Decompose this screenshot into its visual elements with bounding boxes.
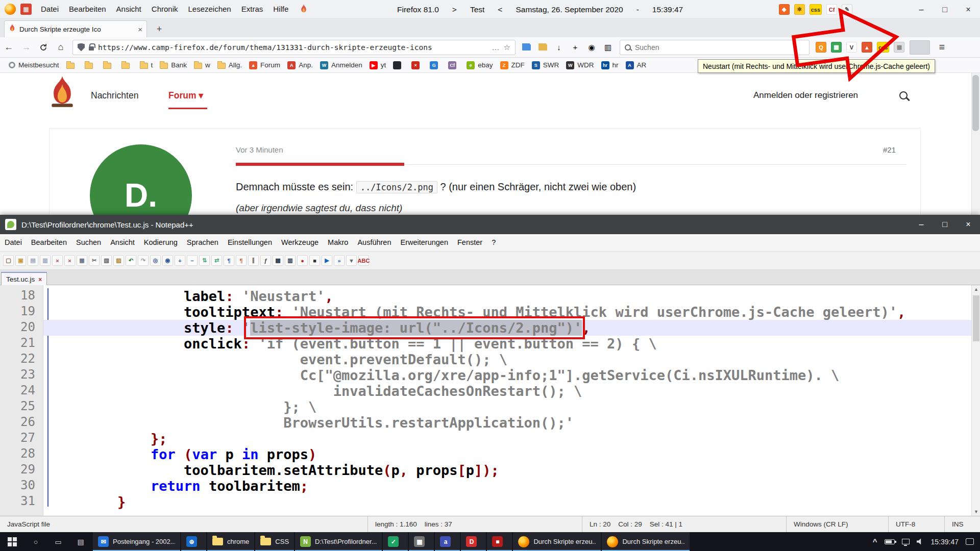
maximize-button[interactable]: □ [933, 215, 957, 234]
menu-item[interactable]: Extras [236, 0, 268, 18]
menu-item[interactable]: Makro [323, 234, 353, 251]
post-number[interactable]: #21 [883, 145, 896, 154]
start-button[interactable] [0, 532, 24, 551]
sidebar-icon[interactable]: ▥ [602, 42, 614, 53]
menu-item[interactable]: Ausführen [353, 234, 396, 251]
code-editor[interactable]: 18 label: 'Neustart',19 tooltiptext: 'Ne… [0, 285, 980, 516]
bookmark-item[interactable]: ▲ Forum [246, 59, 284, 71]
scroll-up-icon[interactable]: ▲ [972, 285, 980, 293]
campfire-logo[interactable] [49, 76, 76, 108]
scroll-down-icon[interactable]: ▼ [972, 508, 980, 516]
bookmark-item[interactable]: A AR [622, 59, 650, 71]
menu-item[interactable]: Datei [0, 234, 27, 251]
search-bar[interactable] [620, 40, 810, 55]
editor-scrollbar[interactable]: ▲ ▼ [971, 285, 980, 516]
bookmark-item[interactable]: Z ZDF [497, 59, 528, 71]
forward-button[interactable]: → [17, 39, 35, 56]
notification-center-icon[interactable] [966, 538, 974, 545]
nav-nachrichten[interactable]: Nachrichten [91, 90, 138, 101]
zoom-out-icon[interactable]: − [187, 255, 198, 266]
save-macro-icon[interactable]: ▼ [346, 255, 357, 266]
task-view-icon[interactable]: ▭ [47, 532, 69, 551]
function-list-icon[interactable]: ƒ [260, 255, 271, 266]
search-input[interactable] [635, 43, 804, 52]
firefox-icon[interactable] [5, 4, 16, 15]
menu-item[interactable]: Ansicht [106, 234, 139, 251]
lock-icon[interactable] [89, 46, 94, 51]
menu-item[interactable]: Chronik [146, 0, 183, 18]
spell-check-icon[interactable]: ABC [358, 255, 369, 266]
taskbar-app-darkred[interactable]: ■ [487, 532, 512, 551]
run-macro-multi-icon[interactable]: » [334, 255, 345, 266]
close-doc-icon[interactable]: × [52, 255, 63, 266]
record-macro-icon[interactable]: ● [297, 255, 308, 266]
menu-item[interactable]: Erweiterungen [396, 234, 453, 251]
bookmark-item[interactable]: × [408, 59, 426, 71]
code-line[interactable]: 18 label: 'Neustart', [0, 288, 971, 304]
save-icon[interactable]: ▤ [28, 255, 38, 266]
code-line[interactable]: 27 }; [0, 431, 971, 446]
notepadpp-titlebar[interactable]: D:\Test\Profilordner\chrome\Test.uc.js -… [0, 215, 980, 234]
code-line[interactable]: 21 onclick: 'if (event.button == 1 || ev… [0, 336, 971, 352]
print-icon[interactable]: ▦ [77, 255, 87, 266]
bookmark-item[interactable]: A Anp. [284, 59, 316, 71]
menu-item[interactable]: Werkzeuge [277, 234, 323, 251]
taskbar-app-notepadpp[interactable]: N D:\Test\Profilordner... [295, 532, 382, 551]
play-macro-icon[interactable]: ▶ [322, 255, 332, 266]
menu-item[interactable]: Sprachen [182, 234, 223, 251]
neustart-toolbar-button[interactable] [910, 40, 930, 55]
indent-guides-icon[interactable]: ∥ [248, 255, 259, 266]
taskbar-search-icon[interactable]: ○ [24, 532, 47, 551]
bookmark-item[interactable]: Cf [445, 59, 463, 71]
maximize-button[interactable]: □ [933, 0, 957, 19]
minimize-button[interactable]: – [910, 215, 933, 234]
code-line[interactable]: 31 } [0, 494, 971, 510]
browser-tab[interactable]: Durch Skripte erzeugte Ico × [4, 20, 147, 37]
bookmark-item[interactable]: w [190, 59, 214, 71]
page-actions-icon[interactable]: … [492, 43, 500, 52]
bookmark-star-icon[interactable]: ☆ [504, 43, 510, 52]
menu-item[interactable]: Bearbeiten [27, 234, 71, 251]
url-input[interactable]: https://www.camp-firefox.de/forum/thema/… [98, 43, 488, 52]
battery-icon[interactable] [885, 539, 895, 544]
home-button[interactable]: ⌂ [52, 39, 69, 56]
taskbar-app-green[interactable]: ✓ [383, 532, 408, 551]
taskbar-app-firefox-1[interactable]: Durch Skripte erzeu... [513, 532, 601, 551]
flame-icon[interactable] [298, 4, 309, 15]
menu-item[interactable]: Lesezeichen [183, 0, 236, 18]
close-button[interactable]: × [957, 0, 980, 19]
find-icon[interactable]: ◎ [150, 255, 161, 266]
code-line[interactable]: 20 style: 'list-style-image: url("../Ico… [0, 320, 971, 336]
bookmark-item[interactable] [100, 59, 118, 71]
taskbar-app-red-d[interactable]: D [461, 532, 486, 551]
hamburger-menu-icon[interactable]: ≡ [934, 41, 949, 53]
scrollbar-thumb[interactable] [972, 75, 979, 131]
menu-item[interactable]: Suchen [71, 234, 106, 251]
tab-close-icon[interactable]: × [138, 25, 142, 34]
taskbar-app-blue[interactable]: a [435, 532, 460, 551]
taskbar-app-folder-chrome[interactable]: chrome [207, 532, 254, 551]
zoom-in-icon[interactable]: + [175, 255, 185, 266]
bookmark-item[interactable]: W Anmelden [316, 59, 366, 71]
document-tab[interactable]: Test.uc.js × [1, 272, 47, 286]
menu-item[interactable]: ? [487, 234, 500, 251]
code-line[interactable]: 22 event.preventDefault(); \ [0, 352, 971, 367]
code-line[interactable]: 28 for (var p in props) [0, 446, 971, 462]
paste-icon[interactable]: ▨ [113, 255, 124, 266]
page-scrollbar[interactable] [971, 73, 980, 215]
menu-item[interactable]: Bearbeiten [64, 0, 111, 18]
nav-forum[interactable]: Forum ▾ [168, 90, 203, 101]
bookmark-item[interactable]: ▶ yt [366, 59, 390, 71]
cut-icon[interactable]: ✂ [89, 255, 100, 266]
bookmark-item[interactable]: S SWR [528, 59, 563, 71]
bookmark-item[interactable]: t [136, 59, 157, 71]
post-timestamp[interactable]: Vor 3 Minuten [236, 145, 283, 154]
stop-macro-icon[interactable]: ■ [309, 255, 320, 266]
addons-icon[interactable]: + [570, 42, 581, 53]
screenshot-icon[interactable]: ◉ [586, 42, 597, 53]
bookmark-item[interactable]: G [426, 59, 445, 71]
bookmark-item[interactable]: e ebay [463, 59, 496, 71]
reload-button[interactable] [35, 39, 52, 56]
word-wrap-icon[interactable]: ¶ [224, 255, 234, 266]
doc-switcher-icon[interactable]: ▥ [285, 255, 296, 266]
